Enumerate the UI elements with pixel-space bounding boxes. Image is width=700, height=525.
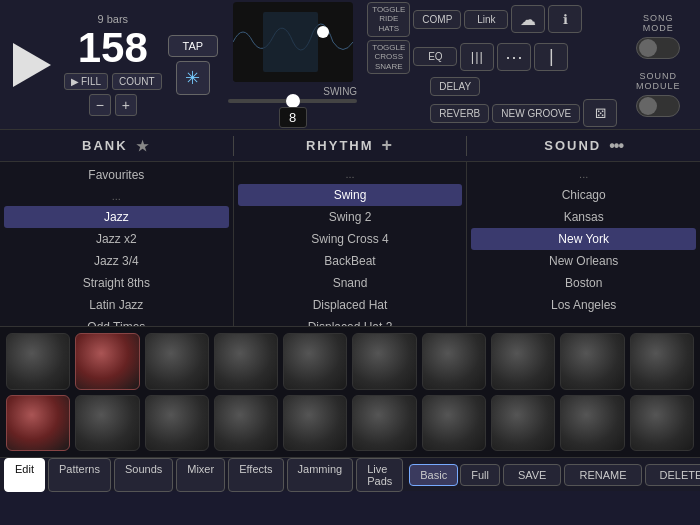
save-button[interactable]: SAVE bbox=[503, 464, 562, 486]
pad-0-6[interactable] bbox=[422, 333, 486, 390]
sound-list-item[interactable]: Chicago bbox=[467, 184, 700, 206]
pad-1-5[interactable] bbox=[352, 395, 416, 452]
new-groove-button[interactable]: NEW GROOVE bbox=[492, 104, 580, 123]
sound-list-item[interactable]: Boston bbox=[467, 272, 700, 294]
rhythm-list-item[interactable]: Swing bbox=[238, 184, 463, 206]
reverb-button[interactable]: REVERB bbox=[430, 104, 489, 123]
toggle-ride-hats-button[interactable]: TOGGLE RIDE HATS bbox=[367, 2, 410, 37]
rhythm-list-item[interactable]: BackBeat bbox=[234, 250, 467, 272]
bank-list-item[interactable]: ... bbox=[0, 186, 233, 206]
bank-list-item[interactable]: Jazz bbox=[4, 206, 229, 228]
bpm-minus-button[interactable]: − bbox=[89, 94, 111, 116]
play-button[interactable] bbox=[6, 39, 58, 91]
sound-dots-icon[interactable]: ••• bbox=[609, 137, 623, 155]
dots-button[interactable]: ⋯ bbox=[497, 43, 531, 71]
sound-list: ...ChicagoKansasNew YorkNew OrleansBosto… bbox=[467, 162, 700, 326]
sound-list-item[interactable]: New Orleans bbox=[467, 250, 700, 272]
bottom-bar: EditPatternsSoundsMixerEffectsJammingLiv… bbox=[0, 457, 700, 491]
pad-1-0[interactable] bbox=[6, 395, 70, 452]
sound-list-item[interactable]: Kansas bbox=[467, 206, 700, 228]
pad-0-9[interactable] bbox=[630, 333, 694, 390]
song-mode-toggle[interactable] bbox=[636, 37, 680, 59]
bars-button[interactable]: ||| bbox=[460, 43, 494, 71]
tap-button[interactable]: TAP bbox=[168, 35, 219, 57]
pad-0-7[interactable] bbox=[491, 333, 555, 390]
rename-button[interactable]: RENAME bbox=[564, 464, 641, 486]
pad-1-1[interactable] bbox=[75, 395, 139, 452]
rhythm-list-item[interactable]: Displaced Hat 2 bbox=[234, 316, 467, 326]
sound-list-item[interactable]: New York bbox=[471, 228, 696, 250]
svg-rect-1 bbox=[263, 12, 318, 72]
tab-effects[interactable]: Effects bbox=[228, 458, 283, 492]
sound-list-item[interactable]: ... bbox=[467, 164, 700, 184]
play-icon bbox=[13, 43, 51, 87]
song-mode-section: SONG MODE SOUND MODULE bbox=[623, 13, 693, 117]
waveform-image bbox=[233, 2, 353, 82]
bpm-section: 9 bars 158 ▶ FILL COUNT − + bbox=[64, 13, 162, 116]
pad-1-9[interactable] bbox=[630, 395, 694, 452]
rhythm-list-item[interactable]: Swing 2 bbox=[234, 206, 467, 228]
rhythm-list-item[interactable]: Displaced Hat bbox=[234, 294, 467, 316]
eq-button[interactable]: EQ bbox=[413, 47, 457, 66]
bank-star-icon[interactable]: ★ bbox=[136, 138, 151, 154]
sound-list-item[interactable]: Los Angeles bbox=[467, 294, 700, 316]
pad-1-2[interactable] bbox=[145, 395, 209, 452]
pad-0-1[interactable] bbox=[75, 333, 139, 390]
pad-0-8[interactable] bbox=[560, 333, 624, 390]
mode-full[interactable]: Full bbox=[460, 464, 500, 486]
cloud-button[interactable]: ☁ bbox=[511, 5, 545, 33]
delay-button[interactable]: DELAY bbox=[430, 77, 480, 96]
rhythm-list-item[interactable]: Snand bbox=[234, 272, 467, 294]
dice-button[interactable]: ⚄ bbox=[583, 99, 617, 127]
pad-1-3[interactable] bbox=[214, 395, 278, 452]
bank-list-item[interactable]: Straight 8ths bbox=[0, 272, 233, 294]
bpm-plus-button[interactable]: + bbox=[115, 94, 137, 116]
pad-0-5[interactable] bbox=[352, 333, 416, 390]
mode-basic[interactable]: Basic bbox=[409, 464, 458, 486]
rhythm-list: ...SwingSwing 2Swing Cross 4BackBeatSnan… bbox=[234, 162, 467, 326]
pad-1-7[interactable] bbox=[491, 395, 555, 452]
pad-1-8[interactable] bbox=[560, 395, 624, 452]
bank-list-item[interactable]: Jazz 3/4 bbox=[0, 250, 233, 272]
info-button[interactable]: ℹ bbox=[548, 5, 582, 33]
snowflake-button[interactable]: ✳ bbox=[176, 61, 210, 95]
count-button[interactable]: COUNT bbox=[112, 73, 162, 90]
toggle-cross-snare-button[interactable]: TOGGLE CROSS SNARE bbox=[367, 40, 410, 75]
pad-1-6[interactable] bbox=[422, 395, 486, 452]
lists-area: Favourites...JazzJazz x2Jazz 3/4Straight… bbox=[0, 162, 700, 327]
tab-jamming[interactable]: Jamming bbox=[287, 458, 354, 492]
tab-mixer[interactable]: Mixer bbox=[176, 458, 225, 492]
pad-0-2[interactable] bbox=[145, 333, 209, 390]
link-button[interactable]: Link bbox=[464, 10, 508, 29]
bank-list-item[interactable]: Odd Times bbox=[0, 316, 233, 326]
tab-live-pads[interactable]: Live Pads bbox=[356, 458, 403, 492]
pad-0-0[interactable] bbox=[6, 333, 70, 390]
tab-sounds[interactable]: Sounds bbox=[114, 458, 173, 492]
rhythm-list-item[interactable]: ... bbox=[234, 164, 467, 184]
pads-grid bbox=[0, 327, 700, 457]
pipe-button[interactable]: | bbox=[534, 43, 568, 71]
swing-slider[interactable] bbox=[228, 99, 357, 103]
bank-list-item[interactable]: Latin Jazz bbox=[0, 294, 233, 316]
swing-value: 8 bbox=[279, 107, 307, 128]
waveform-section: SWING 8 bbox=[224, 2, 361, 128]
right-row-2: TOGGLE CROSS SNARE EQ ||| ⋯ | bbox=[367, 40, 617, 75]
sound-module-label: SOUND MODULE bbox=[636, 71, 681, 91]
song-mode-label: SONG MODE bbox=[643, 13, 674, 33]
sound-module-thumb bbox=[639, 97, 657, 115]
pad-0-3[interactable] bbox=[214, 333, 278, 390]
bpm-controls: ▶ FILL COUNT bbox=[64, 73, 162, 90]
bottom-tabs: EditPatternsSoundsMixerEffectsJammingLiv… bbox=[4, 458, 403, 492]
sound-module-toggle[interactable] bbox=[636, 95, 680, 117]
tab-patterns[interactable]: Patterns bbox=[48, 458, 111, 492]
tab-edit[interactable]: Edit bbox=[4, 458, 45, 492]
rhythm-list-item[interactable]: Swing Cross 4 bbox=[234, 228, 467, 250]
pad-0-4[interactable] bbox=[283, 333, 347, 390]
rhythm-plus-icon[interactable]: + bbox=[382, 135, 395, 156]
delete-button[interactable]: DELETE bbox=[645, 464, 700, 486]
bank-list-item[interactable]: Jazz x2 bbox=[0, 228, 233, 250]
pad-1-4[interactable] bbox=[283, 395, 347, 452]
bank-list-item[interactable]: Favourites bbox=[0, 164, 233, 186]
comp-button[interactable]: COMP bbox=[413, 10, 461, 29]
fill-button[interactable]: ▶ FILL bbox=[64, 73, 108, 90]
